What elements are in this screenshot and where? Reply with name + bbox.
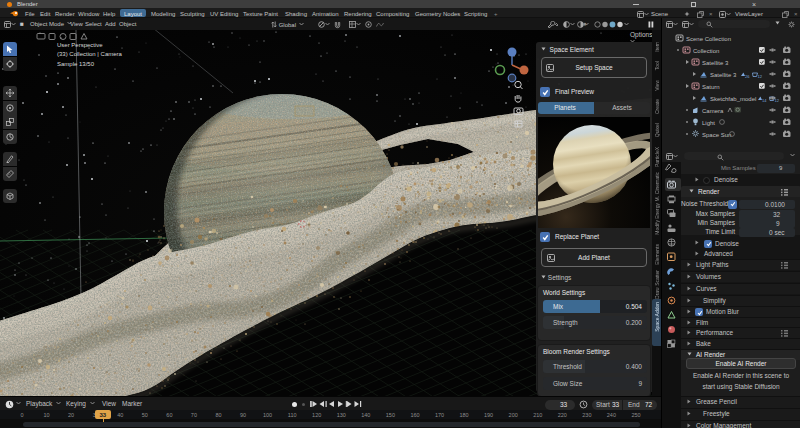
svg-text:Sketchfab_model: Sketchfab_model [710,96,756,102]
svg-text:Space Sun: Space Sun [702,132,731,138]
svg-text:Satellite 3: Satellite 3 [710,72,737,78]
svg-text:12: 12 [758,74,763,79]
svg-text:Scene Collection: Scene Collection [686,36,731,42]
svg-text:Saturn: Saturn [702,84,720,90]
svg-text:Satellite 3: Satellite 3 [702,60,729,66]
svg-text:14: 14 [762,98,767,103]
svg-text:Camera: Camera [702,108,724,114]
svg-text:26: 26 [745,74,750,79]
svg-text:Collection: Collection [693,48,719,54]
svg-text:Light: Light [702,120,715,126]
